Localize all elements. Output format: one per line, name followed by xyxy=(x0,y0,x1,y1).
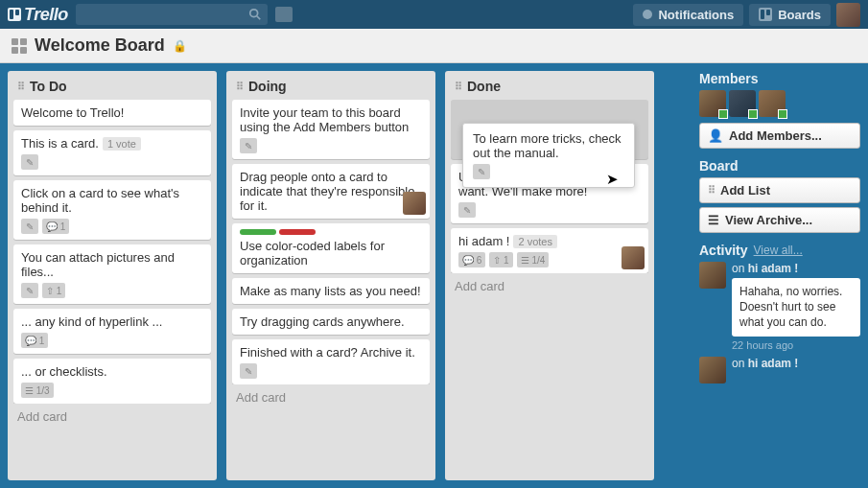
card[interactable]: Drag people onto a card to indicate that… xyxy=(232,164,430,219)
edit-icon[interactable]: ✎ xyxy=(240,363,257,379)
label[interactable] xyxy=(240,229,276,235)
card[interactable]: Click on a card to see what's behind it.… xyxy=(13,180,211,240)
view-archive-label: View Archive... xyxy=(725,213,812,227)
grip-icon: ⠿ xyxy=(708,184,715,197)
board-section-title: Board xyxy=(699,158,860,174)
lock-icon[interactable]: 🔒 xyxy=(173,39,187,53)
edit-icon[interactable]: ✎ xyxy=(21,219,38,234)
grip-icon[interactable]: ⠿ xyxy=(455,81,461,93)
card-member-avatar[interactable] xyxy=(622,246,645,269)
attach-icon[interactable]: ⇧ 1 xyxy=(489,252,512,267)
add-members-button[interactable]: 👤 Add Members... xyxy=(699,123,860,149)
card[interactable]: Make as many lists as you need! xyxy=(232,278,430,304)
edit-icon[interactable]: ✎ xyxy=(473,164,490,179)
list-title: To Do xyxy=(30,79,67,94)
activity-avatar[interactable] xyxy=(699,262,726,289)
card[interactable]: You can attach pictures and files...✎⇧ 1 xyxy=(13,244,211,304)
card[interactable]: This is a card.1 vote✎ xyxy=(13,130,211,175)
card-text: Click on a card to see what's behind it. xyxy=(21,186,179,215)
guide-icon[interactable] xyxy=(275,7,293,22)
view-all-link[interactable]: View all... xyxy=(754,244,803,257)
card-text: Drag people onto a card to indicate that… xyxy=(240,170,414,213)
add-card-button[interactable]: Add card xyxy=(232,384,430,407)
grip-icon[interactable]: ⠿ xyxy=(17,81,24,93)
top-right: Notifications Boards xyxy=(633,3,860,27)
card[interactable]: ... any kind of hyperlink ...💬 1 xyxy=(13,309,211,354)
notifications-label: Notifications xyxy=(658,8,734,22)
search-icon[interactable] xyxy=(248,8,262,21)
add-card-button[interactable]: Add card xyxy=(13,404,211,426)
search-box[interactable] xyxy=(76,4,268,25)
card-text: Try dragging cards anywhere. xyxy=(240,314,405,329)
member-avatar[interactable] xyxy=(759,90,786,117)
activity-comment: Hahaha, no worries. Doesn't hurt to see … xyxy=(732,278,860,337)
card[interactable]: Invite your team to this board using the… xyxy=(232,100,430,159)
list-title: Doing xyxy=(248,79,287,94)
board-title: Welcome Board xyxy=(35,35,165,56)
member-avatar[interactable] xyxy=(729,90,756,117)
logo[interactable]: Trello xyxy=(8,5,68,25)
cards-container: Welcome to Trello!This is a card.1 vote✎… xyxy=(13,100,211,404)
edit-icon[interactable]: ✎ xyxy=(21,283,38,298)
comment-icon[interactable]: 💬 6 xyxy=(458,252,485,267)
card-text: You can attach pictures and files... xyxy=(21,250,175,279)
top-bar: Trello Notifications Boards xyxy=(0,0,868,29)
vote-badge: 1 vote xyxy=(103,137,141,151)
list: ⠿DoingInvite your team to this board usi… xyxy=(226,71,435,480)
card-badges: ✎ xyxy=(240,138,422,153)
attach-icon[interactable]: ⇧ 1 xyxy=(42,283,65,298)
boards-label: Boards xyxy=(778,8,821,22)
checklist-icon[interactable]: ☰ 1/3 xyxy=(21,383,54,398)
svg-point-0 xyxy=(249,10,257,17)
add-list-button[interactable]: ⠿ Add List xyxy=(699,177,860,203)
card[interactable]: hi adam !2 votes💬 6⇧ 1☰ 1/4 xyxy=(451,228,648,273)
view-archive-button[interactable]: ☰ View Archive... xyxy=(699,207,860,233)
board-body: ⠿To DoWelcome to Trello!This is a card.1… xyxy=(0,63,868,488)
card[interactable]: Welcome to Trello! xyxy=(13,100,211,126)
activity-ref: on hi adam ! xyxy=(732,357,860,370)
list: ⠿To DoWelcome to Trello!This is a card.1… xyxy=(8,71,217,480)
list-header[interactable]: ⠿To Do xyxy=(13,77,211,100)
comment-icon[interactable]: 💬 1 xyxy=(42,219,69,234)
card[interactable]: Use color-coded labels for organization xyxy=(232,223,430,273)
activity-item: on hi adam !Hahaha, no worries. Doesn't … xyxy=(699,262,860,351)
members-row xyxy=(699,90,860,117)
edit-icon[interactable]: ✎ xyxy=(458,202,476,218)
logo-text: Trello xyxy=(24,5,68,25)
label[interactable] xyxy=(279,229,316,235)
notification-dot-icon xyxy=(643,10,652,19)
edit-icon[interactable]: ✎ xyxy=(240,138,257,153)
card-text: ... any kind of hyperlink ... xyxy=(21,314,162,329)
grip-icon[interactable]: ⠿ xyxy=(236,81,243,93)
boards-icon xyxy=(759,8,772,21)
trello-logo-icon xyxy=(8,8,21,21)
search-input[interactable] xyxy=(82,8,248,22)
card-text: Make as many lists as you need! xyxy=(240,284,421,298)
card-badges: ✎ xyxy=(240,363,422,379)
card-labels xyxy=(240,229,422,235)
member-avatar[interactable] xyxy=(699,90,726,117)
comment-icon[interactable]: 💬 1 xyxy=(21,333,48,348)
user-avatar[interactable] xyxy=(836,3,860,27)
activity-ref: on hi adam ! xyxy=(732,262,860,275)
person-icon: 👤 xyxy=(708,128,723,143)
list-header[interactable]: ⠿Doing xyxy=(232,77,430,100)
cards-container: Invite your team to this board using the… xyxy=(232,100,430,384)
activity-avatar[interactable] xyxy=(699,357,726,383)
notifications-button[interactable]: Notifications xyxy=(633,4,743,26)
card-text: Invite your team to this board using the… xyxy=(240,105,409,134)
card[interactable]: Finished with a card? Archive it.✎ xyxy=(232,339,430,384)
boards-button[interactable]: Boards xyxy=(749,4,831,26)
card[interactable]: Try dragging cards anywhere. xyxy=(232,309,430,335)
checklist-icon[interactable]: ☰ 1/4 xyxy=(517,252,550,267)
board-icon xyxy=(12,38,27,54)
card-text: Finished with a card? Archive it. xyxy=(240,345,415,360)
card-badges: ✎⇧ 1 xyxy=(21,283,203,298)
edit-icon[interactable]: ✎ xyxy=(21,154,38,170)
board-header: Welcome Board 🔒 xyxy=(0,29,868,63)
card[interactable]: ... or checklists.☰ 1/3 xyxy=(13,359,211,404)
add-card-button[interactable]: Add card xyxy=(451,273,648,295)
list-header[interactable]: ⠿Done xyxy=(451,77,648,100)
card-member-avatar[interactable] xyxy=(403,192,426,215)
card-badges: 💬 6⇧ 1☰ 1/4 xyxy=(458,252,641,267)
